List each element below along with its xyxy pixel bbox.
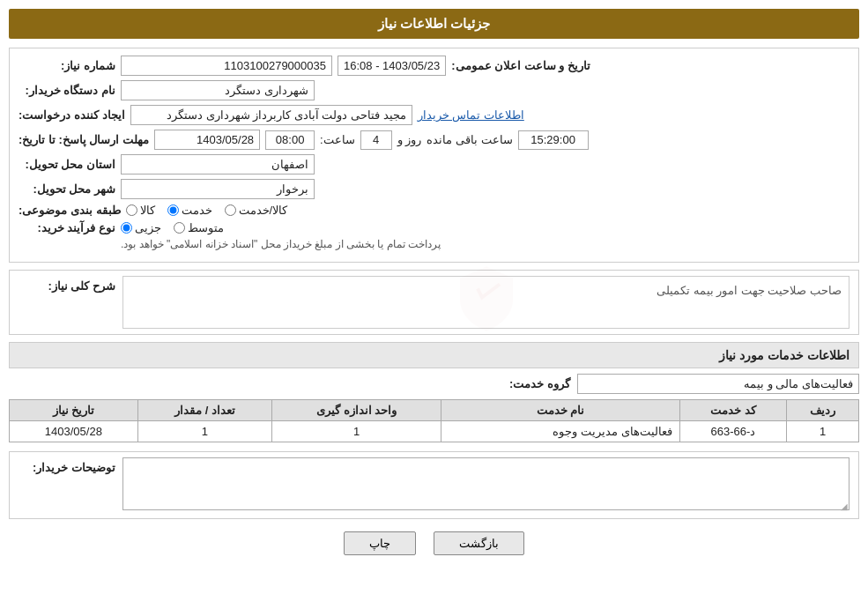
description-value: صاحب صلاحیت جهت امور بیمه تکمیلی: [657, 284, 842, 297]
category-label: طبقه بندی موضوعی:: [19, 204, 121, 217]
buttons-row: بازگشت چاپ: [9, 531, 859, 555]
col-code: کد خدمت: [679, 400, 787, 421]
buyer-org-value: شهرداری دستگرد: [121, 80, 315, 100]
purchase-type-jozvi-label: جزیی: [135, 221, 161, 234]
cell-quantity: 1: [137, 421, 271, 442]
buyer-notes-label: توضیحات خریدار:: [19, 461, 115, 474]
purchase-type-radio-group: متوسط جزیی: [121, 221, 224, 234]
reply-remaining-label: ساعت باقی مانده: [427, 133, 512, 146]
buyer-notes-textarea[interactable]: [122, 457, 849, 510]
col-unit: واحد اندازه گیری: [272, 400, 441, 421]
announce-date-value: 1403/05/23 - 16:08: [338, 56, 446, 76]
purchase-type-label: نوع فرآیند خرید:: [19, 221, 115, 234]
cell-code: د-66-663: [679, 421, 787, 442]
services-table: ردیف کد خدمت نام خدمت واحد اندازه گیری ت…: [9, 399, 859, 442]
contact-link[interactable]: اطلاعات تماس خریدار: [418, 108, 524, 122]
cell-unit: 1: [272, 421, 441, 442]
province-label: استان محل تحویل:: [19, 158, 115, 171]
need-number-label: شماره نیاز:: [19, 59, 115, 72]
reply-time-value: 08:00: [265, 130, 315, 150]
watermark-logo: [451, 263, 522, 343]
col-row: ردیف: [787, 400, 859, 421]
group-service-value: فعالیت‌های مالی و بیمه: [577, 374, 859, 394]
description-label: شرح کلی نیاز:: [19, 279, 115, 293]
cell-row: 1: [787, 421, 859, 442]
city-value: برخوار: [121, 179, 315, 199]
reply-time-label: ساعت:: [320, 133, 355, 146]
category-radio-group: کالا/خدمت خدمت کالا: [126, 204, 288, 217]
description-area: صاحب صلاحیت جهت امور بیمه تکمیلی: [122, 276, 849, 329]
requester-value: مجید فتاحی دولت آبادی کاربرداز شهرداری د…: [130, 105, 412, 125]
group-service-label: گروه خدمت:: [473, 377, 570, 390]
purchase-type-jozvi[interactable]: جزیی: [121, 221, 161, 234]
reply-remaining-value: 15:29:00: [518, 130, 589, 150]
reply-days-label: روز و: [397, 133, 422, 146]
reply-deadline-label: مهلت ارسال پاسخ: تا تاریخ:: [19, 133, 149, 146]
category-kala-khedmat[interactable]: کالا/خدمت: [225, 204, 288, 217]
need-number-value: 1103100279000035: [121, 56, 332, 76]
reply-days-value: 4: [360, 130, 392, 150]
cell-name: فعالیت‌های مدیریت وجوه: [441, 421, 679, 442]
resize-handle: ◢: [841, 501, 848, 511]
buyer-org-label: نام دستگاه خریدار:: [19, 84, 115, 97]
category-khedmat[interactable]: خدمت: [167, 204, 212, 217]
category-kala[interactable]: کالا: [126, 204, 155, 217]
table-row: 1 د-66-663 فعالیت‌های مدیریت وجوه 1 1 14…: [10, 421, 859, 442]
back-button[interactable]: بازگشت: [434, 531, 524, 555]
category-kala-khedmat-label: کالا/خدمت: [239, 204, 288, 217]
purchase-type-motavasset[interactable]: متوسط: [174, 221, 224, 234]
cell-date: 1403/05/28: [10, 421, 138, 442]
page-title: جزئیات اطلاعات نیاز: [9, 9, 859, 39]
print-button[interactable]: چاپ: [344, 531, 416, 555]
province-value: اصفهان: [121, 154, 315, 175]
requester-label: ایجاد کننده درخواست:: [19, 108, 125, 122]
category-khedmat-label: خدمت: [182, 204, 212, 217]
col-quantity: تعداد / مقدار: [137, 400, 271, 421]
city-label: شهر محل تحویل:: [19, 182, 115, 196]
category-kala-label: کالا: [140, 204, 155, 217]
announce-date-label: تاریخ و ساعت اعلان عمومی:: [451, 59, 590, 72]
reply-date-value: 1403/05/28: [154, 130, 260, 150]
purchase-type-note: پرداخت تمام یا بخشی از مبلغ خریداز محل "…: [121, 238, 441, 250]
col-name: نام خدمت: [441, 400, 679, 421]
col-date: تاریخ نیاز: [10, 400, 138, 421]
purchase-type-motavasset-label: متوسط: [188, 221, 224, 234]
services-section-title: اطلاعات خدمات مورد نیاز: [9, 342, 859, 368]
